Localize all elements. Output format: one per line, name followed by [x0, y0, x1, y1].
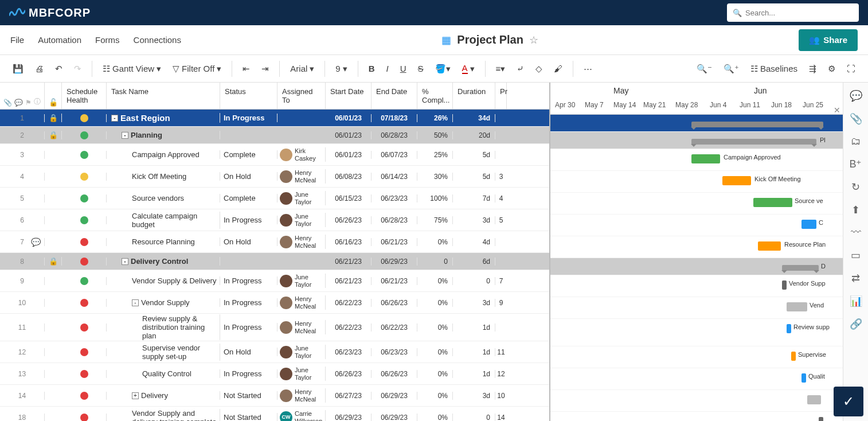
status-cell[interactable]: In Progress [220, 276, 277, 285]
pct-cell[interactable]: 0% [417, 348, 453, 356]
expand-toggle[interactable]: - [132, 299, 139, 306]
pct-cell[interactable]: 0% [417, 299, 453, 307]
end-date-cell[interactable]: 06/21/23 [372, 238, 417, 246]
fill-color-button[interactable]: 🪣▾ [431, 60, 455, 77]
pct-cell[interactable]: 50% [417, 131, 453, 139]
gantt-bar[interactable] [758, 241, 781, 251]
assigned-cell[interactable]: CWCarrie Wilkerson [277, 410, 326, 421]
gantt-row[interactable]: Qualit [550, 368, 843, 390]
proofs-icon[interactable]: 🗂 [851, 135, 861, 147]
bold-button[interactable]: B [364, 60, 380, 77]
zoom-in-button[interactable]: 🔍⁺ [719, 60, 744, 77]
duration-cell[interactable]: 0 [453, 414, 495, 422]
baselines-button[interactable]: ☷ Baselines [746, 60, 802, 77]
end-date-cell[interactable]: 06/22/23 [372, 323, 417, 332]
gantt-bar[interactable] [791, 352, 796, 361]
task-row[interactable]: 11 Review supply & distribution training… [0, 314, 549, 341]
assigned-cell[interactable]: June Taylor [277, 191, 326, 205]
col-schedule-health[interactable]: Schedule Health [62, 83, 107, 109]
gantt-bar[interactable] [782, 280, 787, 290]
task-name-cell[interactable]: Kick Off Meeting [107, 172, 220, 181]
expand-toggle[interactable]: - [122, 132, 128, 139]
assigned-cell[interactable]: Henry McNeal [277, 320, 326, 334]
task-name-cell[interactable]: -Planning [107, 131, 220, 139]
predecessor-cell[interactable]: 7 [495, 277, 507, 285]
predecessor-cell[interactable]: 10 [495, 392, 507, 400]
end-date-cell[interactable]: 06/28/23 [372, 131, 417, 139]
status-cell[interactable]: In Progress [220, 298, 277, 307]
publish-icon[interactable]: ⬆ [851, 204, 860, 216]
task-row[interactable]: 1 🔒 -East Region In Progress 06/01/23 07… [0, 110, 549, 127]
star-icon[interactable]: ☆ [529, 34, 538, 46]
task-name-cell[interactable]: Quality Control [107, 369, 220, 378]
fullscreen-button[interactable]: ⛶ [842, 60, 860, 77]
health-cell[interactable] [62, 114, 107, 122]
gantt-bar[interactable] [787, 302, 807, 311]
predecessor-cell[interactable]: 4 [495, 194, 507, 202]
pct-cell[interactable]: 0% [417, 414, 453, 422]
health-cell[interactable] [62, 299, 107, 307]
gantt-bar[interactable] [691, 139, 816, 145]
more-button[interactable]: ⋯ [579, 60, 597, 77]
activity-log-icon[interactable]: 〰 [851, 227, 861, 239]
app-launcher-icon[interactable]: ✓ [834, 387, 863, 416]
predecessor-cell[interactable]: 14 [495, 414, 507, 422]
status-cell[interactable]: On Hold [220, 348, 277, 356]
zoom-out-button[interactable]: 🔍⁻ [692, 60, 717, 77]
view-selector[interactable]: ☷ Gantt View ▾ [98, 60, 166, 77]
assigned-cell[interactable]: Henry McNeal [277, 235, 326, 248]
assigned-cell[interactable]: June Taylor [277, 367, 326, 380]
predecessor-cell[interactable]: 5 [495, 216, 507, 224]
health-cell[interactable] [62, 392, 107, 400]
gantt-row[interactable]: D [550, 258, 843, 275]
task-row[interactable]: 5 Source vendors Complete June Taylor 06… [0, 188, 549, 209]
end-date-cell[interactable]: 06/29/23 [372, 258, 417, 266]
status-cell[interactable]: Not Started [220, 413, 277, 421]
pct-cell[interactable]: 75% [417, 216, 453, 224]
gantt-row[interactable]: Vend [550, 297, 843, 319]
duration-cell[interactable]: 1d [453, 370, 495, 378]
end-date-cell[interactable]: 06/26/23 [372, 370, 417, 378]
brandfolder-icon[interactable]: B⁺ [849, 158, 862, 170]
predecessor-cell[interactable]: 9 [495, 299, 507, 307]
task-name-cell[interactable]: Review supply & distribution training pl… [107, 314, 220, 340]
duration-cell[interactable]: 6d [453, 258, 495, 266]
row-number[interactable]: 4 [0, 173, 45, 181]
duration-cell[interactable]: 20d [453, 131, 495, 139]
pct-cell[interactable]: 30% [417, 173, 453, 181]
italic-button[interactable]: I [382, 60, 393, 77]
gantt-row[interactable]: Supervise [550, 346, 843, 368]
start-date-cell[interactable]: 06/21/23 [326, 258, 372, 266]
predecessor-cell[interactable]: 12 [495, 370, 507, 378]
health-cell[interactable] [62, 238, 107, 246]
update-requests-icon[interactable]: ↻ [851, 181, 860, 193]
task-row[interactable]: 8 🔒 -Delivery Control 06/21/23 06/29/23 … [0, 253, 549, 270]
assigned-cell[interactable]: June Taylor [277, 345, 326, 358]
start-date-cell[interactable]: 06/27/23 [326, 392, 372, 400]
gantt-row[interactable]: Vendor Supp [550, 275, 843, 297]
task-row[interactable]: 3 Campaign Approved Complete Kirk Caskey… [0, 144, 549, 166]
health-cell[interactable] [62, 131, 107, 139]
task-row[interactable]: 9 Vendor Supply & Delivery In Progress J… [0, 270, 549, 292]
end-date-cell[interactable]: 06/29/23 [372, 414, 417, 422]
status-cell[interactable]: Complete [220, 194, 277, 202]
row-number[interactable]: 11 [0, 323, 45, 332]
gantt-bar[interactable] [787, 324, 791, 333]
status-cell[interactable]: On Hold [220, 172, 277, 181]
gantt-row[interactable]: Resource Plan [550, 236, 843, 258]
menu-forms[interactable]: Forms [95, 35, 120, 45]
col-predecessors[interactable]: Pr [495, 83, 507, 109]
health-cell[interactable] [62, 370, 107, 378]
gantt-bar[interactable] [801, 220, 816, 229]
assigned-cell[interactable]: Henry McNeal [277, 388, 326, 402]
duration-cell[interactable]: 5d [453, 173, 495, 181]
undo-button[interactable]: ↶ [50, 60, 67, 77]
duration-cell[interactable]: 7d [453, 194, 495, 202]
duration-cell[interactable]: 1d [453, 323, 495, 332]
end-date-cell[interactable]: 06/29/23 [372, 392, 417, 400]
task-name-cell[interactable]: Supervise vendor supply set-up [107, 344, 220, 361]
lock-cell[interactable]: 🔒 [45, 257, 62, 266]
predecessor-cell[interactable]: 3 [495, 173, 507, 181]
lock-cell[interactable]: 🔒 [45, 114, 62, 122]
font-selector[interactable]: Arial ▾ [286, 60, 319, 77]
